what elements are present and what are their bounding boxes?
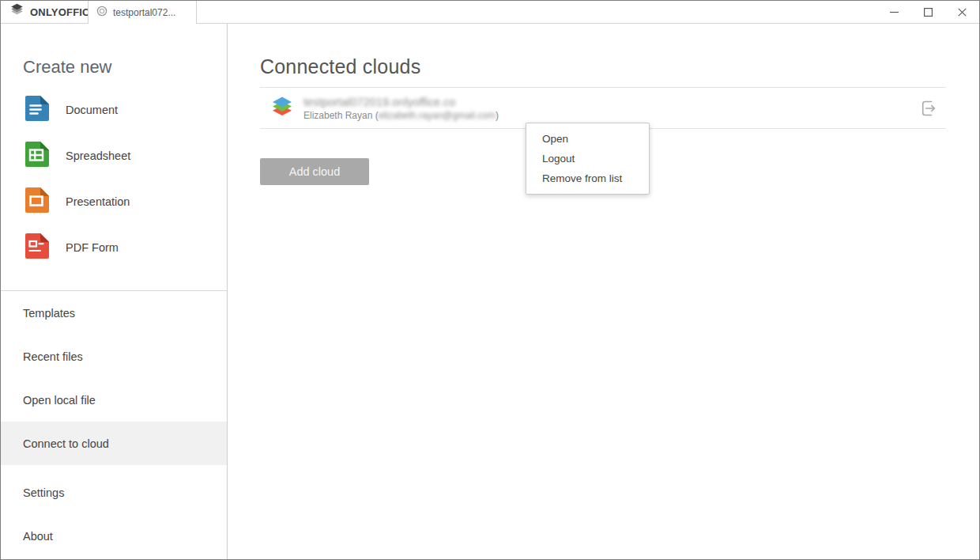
sidebar-item-open-local-file[interactable]: Open local file [1,378,227,422]
account-email-blurred: elizabeth.rayan@gmail.com [379,110,496,121]
titlebar: ONLYOFFICE testportal072... [1,1,979,24]
connected-clouds-panel: Connected clouds testportal072019.onlyof… [228,24,979,559]
close-button[interactable] [945,1,979,24]
tab-label: testportal072... [113,7,175,18]
create-pdf-form-button[interactable]: PDF Form [1,225,227,271]
create-item-label: Document [66,104,118,116]
document-icon [23,95,50,125]
spreadsheet-icon [23,141,50,171]
onlyoffice-cloud-icon [271,96,293,120]
brand-label: ONLYOFFICE [30,6,97,18]
create-item-label: Spreadsheet [66,149,130,162]
maximize-button[interactable] [911,1,945,24]
sidebar-item-templates[interactable]: Templates [1,291,227,335]
portal-url-blurred: testportal072019.onlyoffice.co [303,96,499,108]
cloud-portal-texts: testportal072019.onlyoffice.co Elizabeth… [303,96,499,121]
presentation-icon [23,187,50,217]
titlebar-drag-area [197,1,877,24]
create-spreadsheet-button[interactable]: Spreadsheet [1,133,227,179]
logout-button[interactable] [916,96,940,120]
tab-portal[interactable]: testportal072... [88,1,197,24]
cloud-context-menu: Open Logout Remove from list [526,123,650,195]
context-menu-item-logout[interactable]: Logout [526,149,649,168]
sidebar-item-about[interactable]: About [1,514,227,558]
create-document-button[interactable]: Document [1,87,227,133]
sidebar: Create new Document [1,24,228,559]
sidebar-item-settings[interactable]: Settings [1,471,227,514]
app-window: ONLYOFFICE testportal072... [0,0,980,560]
create-presentation-button[interactable]: Presentation [1,179,227,225]
add-cloud-button[interactable]: Add cloud [260,158,369,185]
sidebar-item-recent-files[interactable]: Recent files [1,335,227,378]
sidebar-item-connect-to-cloud[interactable]: Connect to cloud [1,422,227,465]
context-menu-item-open[interactable]: Open [526,129,649,149]
context-menu-item-remove-from-list[interactable]: Remove from list [526,168,649,188]
window-controls [877,1,979,24]
create-new-heading: Create new [1,24,227,78]
logout-icon [917,97,939,119]
pdf-form-icon [23,233,50,263]
account-suffix: ) [496,110,499,121]
create-item-label: Presentation [66,195,130,208]
sidebar-bottom-group: Settings About [1,471,227,558]
minimize-button[interactable] [877,1,911,24]
account-name: Elizabeth Rayan ( [303,110,379,121]
account-line: Elizabeth Rayan (elizabeth.rayan@gmail.c… [303,110,499,121]
brand-area: ONLYOFFICE [1,1,88,24]
portal-tab-icon [96,6,107,20]
create-item-label: PDF Form [66,241,119,254]
onlyoffice-logo-icon [9,3,24,21]
page-title: Connected clouds [260,55,946,88]
